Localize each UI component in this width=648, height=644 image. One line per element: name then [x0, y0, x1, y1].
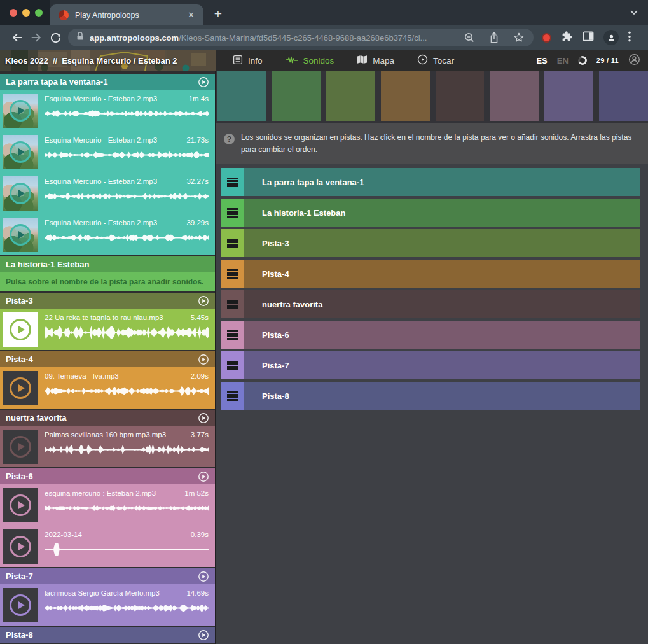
track-header[interactable]: Pista-4	[0, 351, 215, 367]
track-header[interactable]: Pista-3	[0, 293, 215, 309]
close-window-button[interactable]	[10, 9, 17, 17]
track-play-icon[interactable]	[198, 354, 209, 365]
drag-handle[interactable]	[221, 168, 244, 196]
address-bar[interactable]: app.antropoloops.com/Kleos-Santa-Marina/…	[68, 29, 534, 46]
track-play-icon[interactable]	[198, 471, 209, 482]
track-row-bar[interactable]: La parra tapa la ventana-1	[244, 168, 640, 196]
track-header[interactable]: Pista-6	[0, 468, 215, 484]
clip-play-button[interactable]	[3, 176, 38, 211]
track-swatch-1[interactable]	[217, 71, 266, 121]
track-play-icon[interactable]	[198, 629, 209, 641]
sound-clip[interactable]: 22 Ua reka te tagnia to rau niau.mp35.45…	[0, 309, 215, 350]
minimize-window-button[interactable]	[22, 9, 30, 17]
sound-clip[interactable]: Esquina Mercurio - Esteban 2.mp321.73s	[0, 131, 215, 172]
extensions-puzzle-icon[interactable]	[561, 31, 573, 45]
track-row-bar[interactable]: Pista-7	[244, 351, 640, 379]
track-header[interactable]: nuertra favorita	[0, 410, 215, 426]
track-header[interactable]: Pista-8	[0, 627, 215, 643]
language-en[interactable]: EN	[557, 56, 569, 66]
play-circle-icon	[10, 494, 31, 516]
track-row[interactable]: La parra tapa la ventana-1	[221, 168, 640, 196]
clip-title: Esquina Mercurio - Esteban 2.mp3	[45, 95, 157, 102]
tab-close-icon[interactable]: ✕	[185, 9, 197, 21]
track-row[interactable]: Pista-8	[221, 382, 640, 410]
profile-avatar[interactable]	[603, 30, 619, 45]
drag-handle[interactable]	[221, 199, 244, 227]
drag-handle[interactable]	[221, 229, 244, 257]
new-tab-button[interactable]: +	[209, 4, 228, 24]
track-play-icon[interactable]	[198, 295, 209, 307]
clip-duration: 0.39s	[191, 531, 209, 538]
tab-info[interactable]: Info	[233, 55, 263, 67]
clip-play-button[interactable]	[3, 371, 38, 405]
track-row[interactable]: Pista-6	[221, 321, 640, 349]
forward-button[interactable]	[27, 28, 46, 47]
track-swatch-8[interactable]	[599, 71, 648, 121]
sound-clip[interactable]: 09. Temaeva - Iva.mp32.09s	[0, 367, 215, 409]
sound-clip[interactable]: esquina mercurio : Esteban 2.mp31m 52s	[0, 484, 215, 526]
track-play-icon[interactable]	[198, 76, 209, 88]
track-swatch-5[interactable]	[436, 71, 485, 121]
track-header[interactable]: Pista-7	[0, 568, 215, 584]
browser-menu-kebab-icon[interactable]	[628, 31, 631, 45]
clip-play-button[interactable]	[3, 135, 38, 169]
drag-handle[interactable]	[221, 290, 244, 318]
track-name: Pista-3	[6, 296, 198, 305]
track-play-icon[interactable]	[198, 412, 209, 424]
tab-tocar[interactable]: Tocar	[417, 54, 454, 67]
zoom-out-icon[interactable]	[464, 32, 475, 43]
browser-tab[interactable]: Play Antropoloops ✕	[50, 4, 203, 25]
track-row-bar[interactable]: Pista-3	[244, 229, 640, 257]
clip-play-button[interactable]	[3, 430, 38, 464]
language-es[interactable]: ES	[536, 56, 547, 66]
clip-play-button[interactable]	[3, 312, 38, 347]
project-breadcrumb[interactable]: Kleos 2022//Esquina Mercurio / Esteban 2	[0, 50, 216, 71]
drag-handle[interactable]	[221, 351, 244, 379]
clip-play-button[interactable]	[3, 488, 38, 522]
sidebar-track-section: nuertra favoritaPalmas sevillanas 160 bp…	[0, 410, 215, 467]
sound-clip[interactable]: 2022-03-140.39s	[0, 526, 215, 567]
tab-search-chevron-icon[interactable]	[630, 6, 638, 18]
tab-sonidos[interactable]: Sonidos	[286, 55, 334, 66]
track-row-bar[interactable]: Pista-4	[244, 260, 640, 288]
record-indicator-icon[interactable]	[542, 33, 551, 43]
sound-clip[interactable]: Esquina Mercurio - Esteban 2.mp339.29s	[0, 214, 215, 255]
sound-clip[interactable]: Esquina Mercurio - Esteban 2.mp332.27s	[0, 172, 215, 214]
track-swatch-2[interactable]	[272, 71, 321, 121]
track-row[interactable]: Pista-7	[221, 351, 640, 379]
side-panel-icon[interactable]	[583, 31, 594, 44]
track-swatch-4[interactable]	[381, 71, 430, 121]
reload-button[interactable]	[46, 28, 65, 47]
sound-clip[interactable]: Palmas sevillanas 160 bpm mp3.mp33.77s	[0, 426, 215, 467]
track-row[interactable]: nuertra favorita	[221, 290, 640, 318]
track-row-bar[interactable]: Pista-8	[244, 382, 640, 410]
track-row-bar[interactable]: Pista-6	[244, 321, 640, 349]
track-play-icon[interactable]	[198, 571, 209, 582]
back-button[interactable]	[8, 28, 27, 47]
share-icon[interactable]	[489, 32, 499, 44]
clip-play-button[interactable]	[3, 588, 38, 622]
zoom-window-button[interactable]	[35, 9, 43, 17]
track-swatch-7[interactable]	[544, 71, 593, 121]
track-header[interactable]: La parra tapa la ventana-1	[0, 74, 215, 90]
clip-play-button[interactable]	[3, 529, 38, 564]
track-swatch-6[interactable]	[490, 71, 539, 121]
bookmark-star-icon[interactable]	[513, 32, 525, 43]
clip-play-button[interactable]	[3, 94, 38, 128]
track-header[interactable]: La historia-1 Esteban	[0, 256, 215, 272]
track-row[interactable]: La historia-1 Esteban	[221, 199, 640, 227]
account-icon[interactable]	[628, 53, 640, 68]
track-row[interactable]: Pista-4	[221, 260, 640, 288]
drag-handle[interactable]	[221, 382, 244, 410]
clip-play-button[interactable]	[3, 218, 38, 252]
track-swatch-3[interactable]	[326, 71, 375, 121]
sound-clip[interactable]: Esquina Mercurio - Esteban 2.mp31m 4s	[0, 90, 215, 131]
track-row-bar[interactable]: nuertra favorita	[244, 290, 640, 318]
tab-mapa[interactable]: Mapa	[357, 55, 394, 66]
drag-handle[interactable]	[221, 260, 244, 288]
drag-handle[interactable]	[221, 321, 244, 349]
track-row[interactable]: Pista-3	[221, 229, 640, 257]
track-row-bar[interactable]: La historia-1 Esteban	[244, 199, 640, 227]
sound-clip[interactable]: lacrimosa Sergio García Merlo.mp314.69s	[0, 584, 215, 626]
sidebar-track-section: La historia-1 EstebanPulsa sobre el nomb…	[0, 256, 215, 291]
